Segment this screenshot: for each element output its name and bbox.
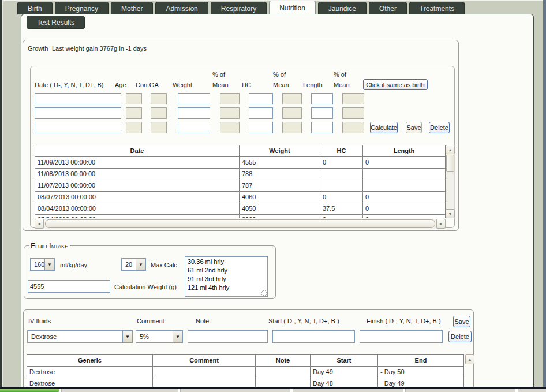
tab-jaundice[interactable]: Jaundice — [318, 2, 367, 14]
taskbar-item[interactable] — [405, 389, 515, 392]
same-as-birth-button[interactable]: Click if same as birth — [363, 79, 428, 90]
resize-grip-icon[interactable] — [261, 290, 267, 296]
max-calc-label: Max Calc — [151, 262, 177, 268]
iv-fluids-label: IV fluids — [28, 318, 51, 324]
rate-select-value: 160 — [31, 259, 44, 270]
iv-start-label: Start ( D-, Y, N, T, D+, B ) — [268, 318, 339, 324]
length-input-row2[interactable] — [311, 107, 333, 119]
hourly-rates-output[interactable]: 30.36 ml hrly 61 ml 2nd hrly 91 ml 3rd h… — [185, 256, 268, 297]
iv-comment-label: Comment — [137, 318, 164, 324]
growth-table-row[interactable]: 11/08/2013 00:00:00 788 — [35, 169, 445, 180]
tab-nutrition[interactable]: Nutrition — [269, 1, 316, 14]
cell-start: Day 48 — [311, 378, 378, 387]
tab-respiratory[interactable]: Respiratory — [211, 2, 267, 14]
weight-input-row1[interactable] — [178, 93, 210, 104]
growth-table-row-clipped[interactable]: 07/04/2013 00:00:00 3990 0 0 — [35, 215, 445, 218]
corr-ga-field-row3 — [151, 122, 167, 133]
iv-comment-select[interactable]: 5% ▼ — [136, 330, 183, 343]
date-input-row3[interactable] — [35, 122, 121, 133]
cell-comment — [153, 367, 256, 378]
chevron-down-icon: ▼ — [122, 331, 132, 342]
length-input-row1[interactable] — [311, 93, 333, 104]
tab-other[interactable]: Other — [369, 2, 407, 14]
cell-generic: Dextrose — [27, 367, 153, 378]
cell-hc: 37.5 — [320, 203, 363, 214]
growth-th-weight: Weight — [240, 145, 320, 156]
growth-table-vscroll-thumb[interactable] — [446, 155, 454, 172]
taskbar-item[interactable] — [180, 389, 290, 392]
max-calc-select[interactable]: 20 ▼ — [121, 258, 146, 271]
cell-weight: 787 — [240, 180, 320, 191]
growth-table-row[interactable]: 11/07/2013 00:00:00 787 — [35, 180, 445, 192]
growth-save-button[interactable]: Save — [406, 122, 422, 133]
cell-length: 0 — [363, 203, 445, 214]
cell-note — [256, 378, 311, 387]
pct-mean-hc-field-row2 — [282, 107, 302, 119]
growth-label: Growth — [28, 45, 48, 52]
iv-save-button[interactable]: Save — [453, 316, 470, 327]
length-input-row3[interactable] — [311, 122, 333, 133]
window-left-highlight — [2, 0, 3, 387]
weight-input-row2[interactable] — [178, 107, 210, 119]
corr-ga-field-row1 — [151, 93, 167, 104]
cell-hc — [320, 169, 363, 180]
growth-th-length: Length — [363, 145, 445, 156]
scroll-up-icon[interactable]: ▲ — [465, 354, 474, 364]
growth-delete-button[interactable]: Delete — [429, 122, 450, 133]
tab-admission[interactable]: Admission — [155, 2, 208, 14]
date-input-row2[interactable] — [35, 107, 121, 119]
cell-length — [363, 169, 445, 180]
pct-mean-length-field-row1 — [342, 93, 364, 104]
taskbar-item[interactable] — [518, 389, 546, 392]
cell-note — [256, 367, 311, 378]
growth-table-hscroll-thumb[interactable] — [45, 219, 435, 228]
weight-input-row3[interactable] — [178, 122, 210, 133]
tab-mother[interactable]: Mother — [111, 2, 153, 14]
scroll-up-icon[interactable]: ▲ — [446, 145, 455, 154]
tab-treatments[interactable]: Treatments — [409, 2, 465, 14]
cell-hc — [320, 180, 363, 191]
cell-hc: 0 — [320, 157, 363, 168]
growth-table-row[interactable]: 11/09/2013 00:00:00 4555 0 0 — [35, 157, 445, 169]
iv-note-input[interactable] — [188, 330, 268, 343]
cell-weight: 4050 — [240, 203, 320, 214]
cell-weight: 3990 — [240, 215, 320, 218]
age-field-row3 — [126, 122, 142, 133]
iv-generic-select[interactable]: Dextrose ▼ — [27, 330, 133, 343]
pct-mean-weight-field-row1 — [220, 93, 240, 104]
hc-input-row3[interactable] — [249, 122, 273, 133]
start-button[interactable] — [0, 389, 59, 392]
growth-table-header-row: Date Weight HC Length — [35, 145, 445, 157]
taskbar-item[interactable] — [61, 389, 178, 392]
iv-table-header-row: Generic Comment Note Start End — [27, 355, 463, 367]
rate-select[interactable]: 160 ▼ — [30, 258, 55, 271]
date-input-row1[interactable] — [35, 93, 121, 104]
hc-input-row1[interactable] — [249, 93, 273, 104]
iv-finish-input[interactable] — [360, 330, 443, 343]
growth-table-row[interactable]: 08/07/2013 00:00:00 4060 0 0 — [35, 192, 445, 203]
iv-th-comment: Comment — [153, 355, 256, 366]
iv-table-row[interactable]: Dextrose Day 48 - Day 49 — [27, 378, 463, 387]
col-header-date: Date ( D-, Y, N, T, D+, B) — [35, 81, 104, 88]
iv-table-row[interactable]: Dextrose Day 49 - Day 50 — [27, 367, 463, 378]
tab-birth[interactable]: Birth — [17, 2, 53, 14]
cell-hc: 0 — [320, 215, 363, 218]
chevron-down-icon: ▼ — [136, 259, 145, 270]
chevron-down-icon: ▼ — [173, 331, 182, 342]
growth-table-row[interactable]: 08/04/2013 00:00:00 4050 37.5 0 — [35, 203, 445, 215]
col-header-length: Length — [303, 81, 323, 88]
calculation-weight-input[interactable] — [28, 280, 110, 293]
last-weight-gain-text: Last weight gain 3767g in -1 days — [52, 45, 147, 52]
iv-start-input[interactable] — [272, 330, 355, 343]
iv-delete-button[interactable]: Delete — [448, 331, 472, 342]
scroll-left-icon[interactable]: ◄ — [35, 219, 44, 229]
tab-test-results[interactable]: Test Results — [27, 16, 85, 29]
col-header-pctmean2-line2: Mean — [273, 81, 289, 88]
tab-pregnancy[interactable]: Pregnancy — [55, 2, 109, 14]
scroll-down-icon[interactable]: ▼ — [446, 209, 455, 218]
scroll-right-icon[interactable]: ► — [436, 219, 446, 229]
calculate-button[interactable]: Calculate — [370, 122, 398, 133]
hc-input-row2[interactable] — [249, 107, 273, 119]
col-header-pctmean1-line2: Mean — [212, 81, 229, 88]
taskbar-item[interactable] — [293, 389, 403, 392]
